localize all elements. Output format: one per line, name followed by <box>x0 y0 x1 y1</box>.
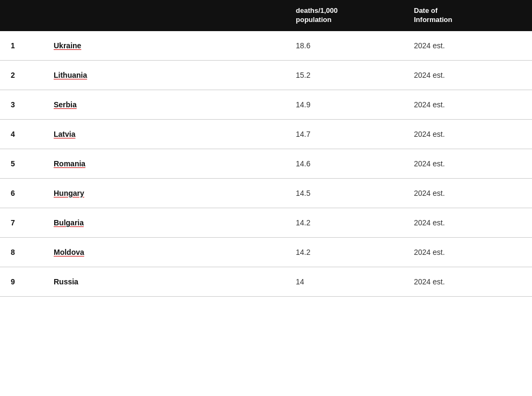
rank-cell: 6 <box>11 189 54 197</box>
country-link[interactable]: Latvia <box>54 130 75 138</box>
country-link[interactable]: Hungary <box>54 189 84 197</box>
date-cell: 2024 est. <box>414 248 521 256</box>
table-row: 5Romania14.62024 est. <box>0 149 532 179</box>
date-header: Date ofInformation <box>414 6 521 25</box>
country-cell[interactable]: Serbia <box>54 100 296 109</box>
rank-cell: 2 <box>11 71 54 79</box>
deaths-cell: 14 <box>296 277 414 286</box>
table-row: 9Russia142024 est. <box>0 267 532 297</box>
date-cell: 2024 est. <box>414 159 521 168</box>
deaths-cell: 14.5 <box>296 189 414 197</box>
table-row: 2Lithuania15.22024 est. <box>0 61 532 90</box>
country-cell[interactable]: Ukraine <box>54 41 296 50</box>
rank-cell: 7 <box>11 218 54 227</box>
deaths-cell: 14.2 <box>296 218 414 227</box>
country-link[interactable]: Lithuania <box>54 71 87 79</box>
date-cell: 2024 est. <box>414 71 521 79</box>
table-row: 4Latvia14.72024 est. <box>0 120 532 149</box>
deaths-cell: 15.2 <box>296 71 414 79</box>
country-cell[interactable]: Hungary <box>54 188 296 198</box>
country-link[interactable]: Serbia <box>54 100 77 109</box>
country-name: Russia <box>54 277 78 286</box>
table-row: 8Moldova14.22024 est. <box>0 238 532 267</box>
rank-cell: 4 <box>11 130 54 138</box>
country-cell[interactable]: Lithuania <box>54 70 296 80</box>
deaths-cell: 18.6 <box>296 41 414 50</box>
deaths-cell: 14.9 <box>296 100 414 109</box>
rank-cell: 3 <box>11 100 54 109</box>
country-link[interactable]: Romania <box>54 159 85 168</box>
rank-cell: 5 <box>11 159 54 168</box>
country-link[interactable]: Bulgaria <box>54 218 84 227</box>
country-cell[interactable]: Bulgaria <box>54 218 296 228</box>
deaths-cell: 14.2 <box>296 248 414 256</box>
date-cell: 2024 est. <box>414 41 521 50</box>
main-table: deaths/1,000population Date ofInformatio… <box>0 0 532 297</box>
table-row: 7Bulgaria14.22024 est. <box>0 208 532 238</box>
country-cell[interactable]: Latvia <box>54 129 296 139</box>
table-row: 6Hungary14.52024 est. <box>0 179 532 208</box>
country-link[interactable]: Ukraine <box>54 41 81 50</box>
country-cell[interactable]: Moldova <box>54 247 296 257</box>
table-row: 1Ukraine18.62024 est. <box>0 31 532 61</box>
date-cell: 2024 est. <box>414 189 521 197</box>
deaths-header: deaths/1,000population <box>296 6 414 25</box>
table-header: deaths/1,000population Date ofInformatio… <box>0 0 532 31</box>
deaths-cell: 14.7 <box>296 130 414 138</box>
date-cell: 2024 est. <box>414 218 521 227</box>
date-cell: 2024 est. <box>414 130 521 138</box>
country-cell: Russia <box>54 277 296 287</box>
date-cell: 2024 est. <box>414 277 521 286</box>
country-cell[interactable]: Romania <box>54 159 296 168</box>
table-body: 1Ukraine18.62024 est.2Lithuania15.22024 … <box>0 31 532 297</box>
rank-cell: 1 <box>11 41 54 50</box>
deaths-cell: 14.6 <box>296 159 414 168</box>
date-cell: 2024 est. <box>414 100 521 109</box>
rank-cell: 8 <box>11 248 54 256</box>
rank-cell: 9 <box>11 277 54 286</box>
country-link[interactable]: Moldova <box>54 248 84 256</box>
table-row: 3Serbia14.92024 est. <box>0 90 532 120</box>
